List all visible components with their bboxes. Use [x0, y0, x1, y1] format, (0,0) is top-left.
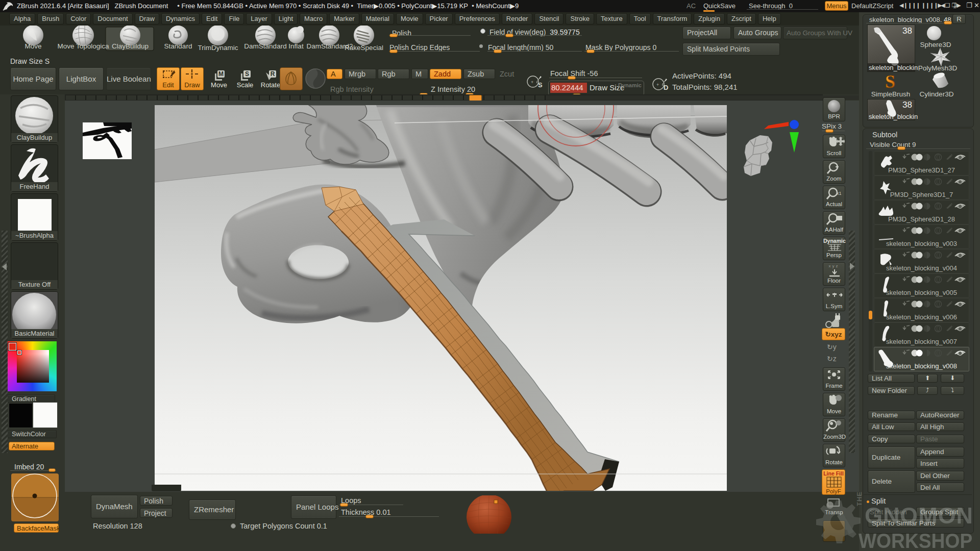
svg-text:S: S — [885, 72, 895, 91]
svg-text:D: D — [664, 84, 668, 91]
svg-text:+: + — [531, 80, 533, 85]
svg-text:M: M — [218, 70, 224, 78]
svg-text:x1: x1 — [837, 191, 842, 196]
svg-text:S: S — [245, 70, 249, 78]
svg-text:+: + — [656, 82, 659, 87]
svg-text:R: R — [271, 70, 275, 78]
svg-text:S: S — [538, 81, 543, 89]
